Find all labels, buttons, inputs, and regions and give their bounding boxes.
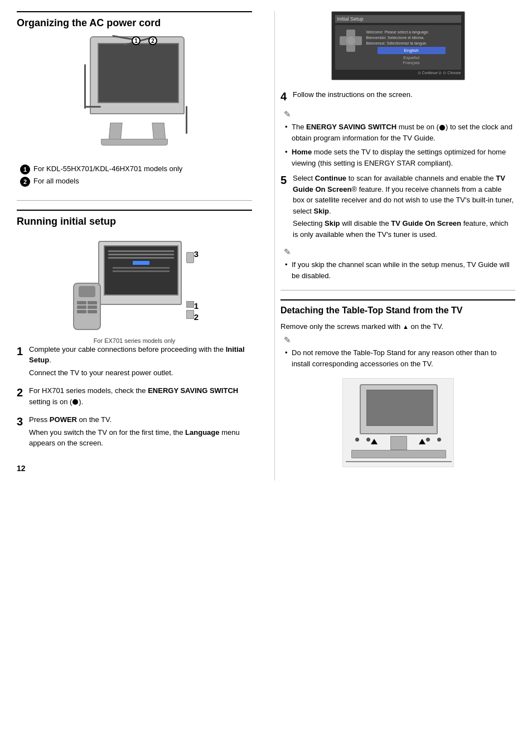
step2-text: For HX701 series models, check the ENERG… bbox=[29, 385, 252, 409]
step4-num: 4 bbox=[280, 89, 293, 104]
step3-num: 3 bbox=[17, 414, 29, 450]
section1-title: Organizing the AC power cord bbox=[17, 11, 252, 30]
section-divider-1 bbox=[17, 200, 252, 201]
bullet-item-1: The ENERGY SAVING SWITCH must be on () t… bbox=[284, 122, 515, 143]
step4-text: Follow the instructions on the screen. bbox=[293, 89, 515, 104]
note2-text: For all models bbox=[33, 177, 79, 185]
bullet-item-4: Do not remove the Table-Top Stand for an… bbox=[284, 347, 515, 369]
setup-diagram: 3 2 1 bbox=[70, 235, 199, 333]
section3: Detaching the Table-Top Stand from the T… bbox=[280, 299, 515, 467]
step1-block: 1 Complete your cable connections before… bbox=[17, 344, 252, 380]
step5-block: 5 Select Continue to scan for available … bbox=[280, 173, 515, 241]
step2-block: 2 For HX701 series models, check the ENE… bbox=[17, 385, 252, 409]
bullet-item-2: Home mode sets the TV to display the set… bbox=[284, 147, 515, 168]
step3-block: 3 Press POWER on the TV. When you switch… bbox=[17, 414, 252, 450]
section3-title: Detaching the Table-Top Stand from the T… bbox=[280, 299, 515, 317]
step4-block: 4 Follow the instructions on the screen. bbox=[280, 89, 515, 104]
section-divider-2 bbox=[280, 290, 515, 290]
ac-cord-diagram: 1 2 bbox=[73, 36, 196, 159]
page-number: 12 bbox=[17, 464, 252, 473]
note1-text: For KDL-55HX701/KDL-46HX701 models only bbox=[33, 164, 182, 173]
step1-num: 1 bbox=[17, 344, 29, 380]
ac-cord-notes: 1 For KDL-55HX701/KDL-46HX701 models onl… bbox=[17, 164, 252, 187]
note-block-3: ✎ Do not remove the Table-Top Stand for … bbox=[280, 335, 515, 369]
note-block-2: ✎ If you skip the channel scan while in … bbox=[280, 247, 515, 281]
bullet-list-2: If you skip the channel scan while in th… bbox=[284, 259, 515, 281]
setup-fig-caption: For EX701 series models only bbox=[17, 337, 252, 344]
bullet-item-3: If you skip the channel scan while in th… bbox=[284, 259, 515, 281]
step2-num: 2 bbox=[17, 385, 29, 409]
bullet-list-1: The ENERGY SAVING SWITCH must be on () t… bbox=[284, 122, 515, 168]
step5-num: 5 bbox=[280, 173, 293, 241]
step3-text: Press POWER on the TV. When you switch t… bbox=[29, 414, 252, 450]
section3-intro: Remove only the screws marked with ▲ on … bbox=[280, 322, 515, 331]
section2-title: Running initial setup bbox=[17, 210, 252, 228]
setup-screen-container: Initial Setup Welcome: Please select a l… bbox=[280, 11, 515, 80]
note-block-1: ✎ The ENERGY SAVING SWITCH must be on ()… bbox=[280, 109, 515, 168]
step5-text: Select Continue to scan for available ch… bbox=[293, 173, 515, 241]
step1-text: Complete your cable connections before p… bbox=[29, 344, 252, 380]
stand-diagram bbox=[342, 378, 454, 467]
bullet-list-3: Do not remove the Table-Top Stand for an… bbox=[284, 347, 515, 369]
